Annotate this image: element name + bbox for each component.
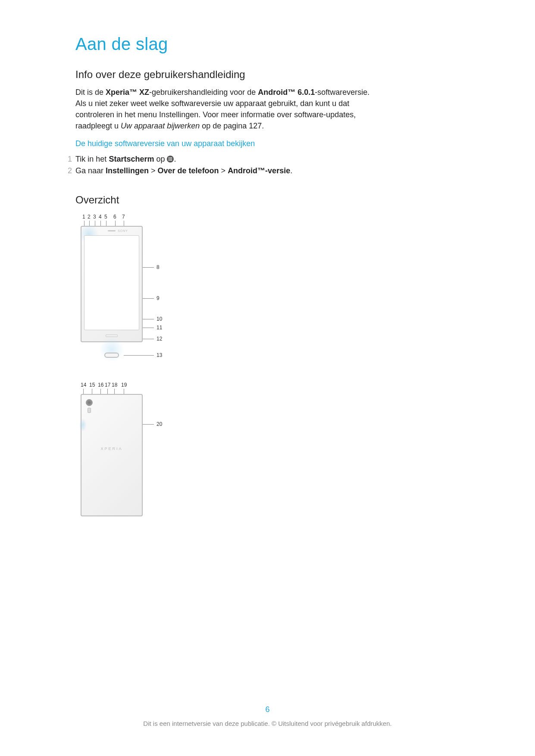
callout-7: 7	[122, 214, 125, 220]
footer-note: Dit is een internetversie van deze publi…	[0, 720, 535, 727]
callout-4: 4	[99, 214, 102, 220]
apps-icon	[167, 156, 174, 162]
callout-20: 20	[156, 421, 162, 427]
procedure-steps: 1 Tik in het Startscherm op . 2 Ga naar …	[63, 153, 459, 177]
ui-android-version: Android™-versie	[228, 166, 290, 175]
text: Ga naar	[75, 166, 106, 175]
callout-15: 15	[89, 382, 95, 388]
ui-about-phone: Over de telefoon	[158, 166, 219, 175]
text: >	[219, 166, 228, 175]
diagram-back-top-labels: 14 15 16 17 18 19	[81, 382, 459, 394]
text: op de pagina 127.	[200, 122, 264, 130]
callout-10: 10	[156, 316, 162, 322]
intro-paragraph: Dit is de Xperia™ XZ-gebruikershandleidi…	[75, 87, 377, 131]
procedure-heading: De huidige softwareversie van uw apparaa…	[75, 139, 459, 148]
text: op	[154, 155, 167, 163]
highlight-glow	[99, 337, 124, 362]
page-number: 6	[0, 705, 535, 714]
step-2: 2 Ga naar Instellingen > Over de telefoo…	[63, 165, 459, 177]
callout-11: 11	[156, 325, 162, 331]
ui-settings: Instellingen	[106, 166, 149, 175]
callout-14: 14	[81, 382, 86, 388]
callout-18: 18	[112, 382, 117, 388]
callout-8: 8	[156, 264, 160, 270]
diagram-front-top-labels: 1 2 3 4 5 6 7	[81, 214, 459, 226]
callout-13: 13	[156, 352, 162, 358]
product-name: Xperia™ XZ	[106, 88, 149, 97]
android-version: Android™ 6.0.1	[258, 88, 315, 97]
diagram-front: 1 2 3 4 5 6 7 SONY	[81, 214, 459, 342]
callout-6: 6	[113, 214, 116, 220]
text: Tik in het	[75, 155, 109, 163]
usb-port	[104, 353, 119, 358]
phone-front-outline: SONY	[81, 226, 143, 342]
highlight-glow	[79, 418, 87, 432]
text: -gebruikershandleiding voor de	[149, 88, 258, 97]
step-number: 2	[63, 165, 72, 177]
callout-17: 17	[105, 382, 110, 388]
camera-lens	[86, 399, 93, 406]
callout-19: 19	[121, 382, 127, 388]
section-overview-heading: Overzicht	[75, 194, 459, 206]
callout-1: 1	[82, 214, 85, 220]
callout-9: 9	[156, 295, 160, 301]
page-title: Aan de slag	[75, 34, 459, 54]
xref-link-text: Uw apparaat bijwerken	[121, 122, 200, 130]
section-info-heading: Info over deze gebruikershandleiding	[75, 69, 459, 81]
phone-back-outline: XPERIA	[81, 394, 143, 516]
screen	[84, 235, 139, 330]
camera-flash	[88, 408, 91, 413]
ui-home-screen: Startscherm	[109, 155, 154, 163]
text: Dit is de	[75, 88, 106, 97]
step-1: 1 Tik in het Startscherm op .	[63, 153, 459, 165]
diagram-back: 14 15 16 17 18 19 XPERIA 20	[81, 382, 459, 516]
callout-5: 5	[104, 214, 107, 220]
text: >	[149, 166, 158, 175]
earpiece	[108, 230, 116, 231]
brand-label: XPERIA	[81, 447, 142, 451]
callout-12: 12	[156, 336, 162, 342]
callout-16: 16	[98, 382, 103, 388]
brand-label: SONY	[118, 229, 128, 232]
text: .	[290, 166, 292, 175]
callout-2: 2	[88, 214, 91, 220]
callout-3: 3	[93, 214, 96, 220]
step-number: 1	[63, 153, 72, 165]
text: .	[174, 155, 176, 163]
